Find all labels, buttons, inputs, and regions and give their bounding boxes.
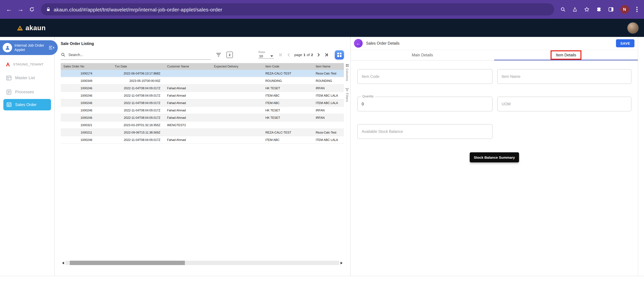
stock-balance-summary-button[interactable]: Stock Balance Summary	[470, 152, 519, 162]
search-input[interactable]: Search...	[61, 50, 211, 60]
listing-controls: Search... 2 Rows 10	[61, 50, 344, 60]
quantity-label: Quantity	[361, 94, 375, 98]
table-row[interactable]: 10002462022-11-04T08:04:09.017ZFahad Ahm…	[61, 114, 344, 121]
browser-profile-avatar[interactable]: N	[620, 5, 629, 14]
table-cell: ITEM ABC	[263, 136, 313, 144]
filter-list-icon[interactable]	[216, 53, 221, 57]
table-cell: HK TESET	[263, 106, 313, 114]
first-page-button[interactable]	[278, 52, 283, 57]
next-page-button[interactable]	[316, 52, 321, 57]
sidebar-item-master-list[interactable]: Master List	[0, 71, 54, 85]
chevron-down-icon	[270, 55, 273, 57]
sales-order-table: Sales Order NoTxn DateCustomer NameExpec…	[61, 63, 344, 144]
table-header-row: Sales Order NoTxn DateCustomer NameExpec…	[61, 63, 344, 70]
rows-per-page-select[interactable]: Rows 10	[258, 51, 274, 59]
logo-text: akaun	[26, 24, 46, 32]
table-cell: Fahad Ahmad	[164, 106, 211, 114]
akaun-logo: akaun	[17, 24, 46, 32]
url-bar[interactable]: akaun.cloud/#/applet/tnt/wavelet/mrp/int…	[41, 3, 554, 16]
table-cell: HK TESET	[263, 114, 313, 121]
table-cell: 1000246	[61, 84, 112, 92]
url-text: akaun.cloud/#/applet/tnt/wavelet/mrp/int…	[54, 6, 222, 12]
table-row[interactable]: 10002462022-11-04T08:04:09.017ZFahad Ahm…	[61, 136, 344, 144]
item-code-field[interactable]: Item Code	[357, 69, 492, 84]
share-icon[interactable]	[572, 7, 577, 12]
table-cell: 2022-06-04T06:13:17.868Z	[112, 70, 164, 77]
sort-order-icon[interactable]: 2	[226, 52, 233, 58]
save-button[interactable]: SAVE	[616, 39, 634, 47]
sidebar-applet-header[interactable]: Internal Job Order Applet	[0, 40, 58, 55]
tenant-icon	[5, 62, 10, 67]
table-row[interactable]: 10003212023-03-29T01:32:18.955ZWENGTEST2	[61, 121, 344, 129]
scrollbar-track[interactable]	[66, 261, 339, 265]
columns-tab[interactable]: Columns	[346, 64, 349, 81]
rows-label: Rows	[258, 51, 274, 54]
sidebar-item-sales-order[interactable]: Sales Order	[3, 99, 51, 110]
table-cell	[211, 70, 263, 77]
table-row[interactable]: 10001742022-06-04T06:13:17.868ZREZA-CALC…	[61, 70, 344, 77]
table-cell	[164, 77, 211, 84]
table-cell: 1000246	[61, 106, 112, 114]
bookmark-star-icon[interactable]	[584, 7, 589, 12]
tab-main-details[interactable]: Main Details	[350, 50, 494, 60]
column-header[interactable]: Customer Name	[164, 63, 211, 70]
table-cell: Reza-Calc-Test	[313, 70, 344, 77]
layout-toggle-button[interactable]	[335, 50, 344, 59]
browser-menu-icon[interactable]	[636, 6, 638, 13]
sidebar-item-label: Sales Order	[15, 102, 36, 107]
previous-page-button[interactable]	[286, 52, 291, 57]
browser-back-button[interactable]: ←	[3, 4, 15, 15]
details-header: ← Sales Order Details SAVE	[350, 37, 638, 50]
column-header[interactable]: Expected Delivery	[211, 63, 263, 70]
horizontal-scrollbar[interactable]	[61, 260, 344, 266]
item-name-field[interactable]: Item Name	[497, 69, 632, 84]
side-panel-icon[interactable]	[608, 7, 614, 12]
menu-toggle-icon[interactable]	[49, 46, 54, 50]
table-cell: HK TESET	[263, 84, 313, 92]
table-cell	[211, 99, 263, 106]
sidebar-item-label: Processes	[15, 90, 34, 94]
browser-forward-button[interactable]: →	[15, 4, 26, 15]
table-row[interactable]: 10002112022-09-06T15:11:38.569ZREZA-CALC…	[61, 129, 344, 136]
table-cell: ITEM ABC	[263, 92, 313, 99]
uom-field[interactable]: UOM	[497, 97, 632, 112]
processes-icon	[6, 89, 12, 95]
column-header[interactable]: Sales Order No	[61, 63, 112, 70]
item-details-form: Item Code Item Name Quantity 0 UOM Avail…	[350, 60, 638, 162]
table-cell	[263, 121, 313, 129]
last-page-button[interactable]	[324, 52, 329, 57]
grid-icon	[337, 52, 342, 57]
table-cell: 2022-11-04T08:04:09.017Z	[112, 106, 164, 114]
table-cell	[211, 106, 263, 114]
table-cell: 1000246	[61, 99, 112, 106]
tab-item-details[interactable]: Item Details	[494, 50, 638, 60]
user-avatar[interactable]	[627, 22, 639, 34]
scroll-left-icon[interactable]	[61, 260, 66, 266]
filters-tab[interactable]: Filters	[345, 88, 349, 102]
zoom-icon[interactable]	[560, 7, 566, 12]
sidebar-item-processes[interactable]: Processes	[0, 85, 54, 99]
lock-icon	[46, 7, 50, 12]
column-header[interactable]: Item Name	[313, 63, 344, 70]
table-row[interactable]: 10003492023-05-15T00:00:00ZROUNDINGROUND…	[61, 77, 344, 84]
tenant-selector[interactable]: STAGING_TENANT	[0, 55, 54, 67]
quantity-value: 0	[362, 102, 364, 106]
table-row[interactable]: 10002462022-11-04T08:04:09.017ZFahad Ahm…	[61, 84, 344, 92]
sidebar-item-label: Master List	[15, 76, 35, 80]
column-header[interactable]: Txn Date	[112, 63, 164, 70]
listing-title: Sale Order Listing	[61, 42, 350, 46]
available-stock-balance-field[interactable]: Available Stock Balance	[357, 124, 492, 139]
table-row[interactable]: 10002462022-11-04T08:04:09.017ZFahad Ahm…	[61, 99, 344, 106]
scrollbar-thumb[interactable]	[70, 261, 185, 265]
quantity-field[interactable]: Quantity 0	[357, 97, 492, 112]
table-row[interactable]: 10002462022-11-04T08:04:09.017ZFahad Ahm…	[61, 92, 344, 99]
back-button[interactable]: ←	[354, 39, 363, 48]
rows-per-page-value: 10	[259, 54, 263, 58]
table-row[interactable]: 10002462022-11-04T08:04:09.017ZFahad Ahm…	[61, 106, 344, 114]
page-indicator: page 1 of 2	[294, 53, 313, 57]
scroll-right-icon[interactable]	[339, 260, 344, 266]
browser-reload-button[interactable]	[26, 4, 38, 15]
extensions-puzzle-icon[interactable]	[596, 7, 602, 12]
column-header[interactable]: Item Code	[263, 63, 313, 70]
sales-order-details-panel: ← Sales Order Details SAVE Main Details …	[350, 37, 638, 276]
